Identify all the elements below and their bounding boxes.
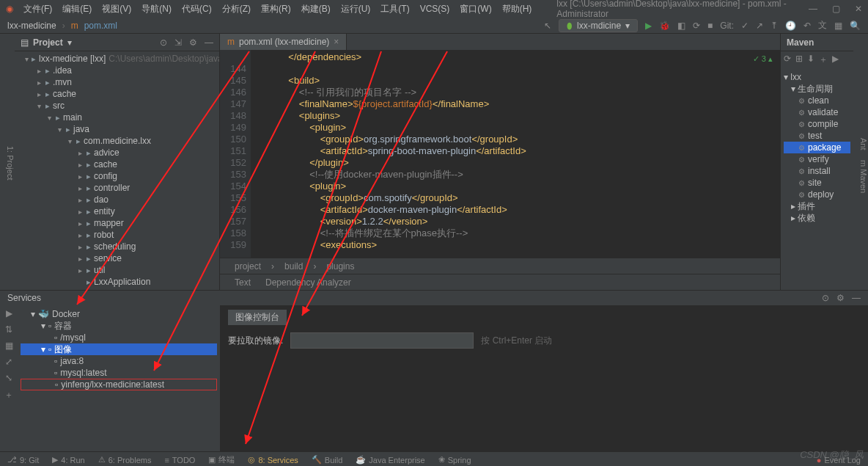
tool-git[interactable]: ⎇9: Git bbox=[7, 455, 39, 465]
service-tree-row[interactable]: ▫yinfeng/lxx-medicine:latest bbox=[21, 379, 217, 390]
tree-row[interactable]: ▾▸java bbox=[15, 123, 219, 135]
group-icon[interactable]: ▦ bbox=[5, 341, 13, 351]
maven-row[interactable]: ⚙test bbox=[784, 130, 850, 142]
editor-subtab-text[interactable]: Text bbox=[235, 277, 251, 288]
add-service-icon[interactable]: ＋ bbox=[4, 389, 13, 401]
breadcrumb-file[interactable]: pom.xml bbox=[84, 21, 117, 31]
tool-run[interactable]: ▶4: Run bbox=[52, 455, 84, 465]
tool-javaee[interactable]: ☕Java Enterprise bbox=[356, 455, 424, 465]
menu-refactor[interactable]: 重构(R) bbox=[261, 3, 291, 15]
maven-row[interactable]: ⚙install bbox=[784, 165, 850, 177]
coverage-button[interactable]: ◧ bbox=[677, 21, 685, 31]
expand-icon[interactable]: ⤢ bbox=[5, 357, 12, 367]
editor-breadcrumbs[interactable]: project› build› plugins bbox=[220, 258, 780, 274]
tree-row[interactable]: ▸▸robot bbox=[15, 229, 219, 241]
tree-row[interactable]: ▸▸advice bbox=[15, 147, 219, 159]
menu-run[interactable]: 运行(U) bbox=[341, 3, 371, 15]
collapse-icon[interactable]: ⤡ bbox=[5, 373, 12, 383]
search-icon[interactable]: ▦ bbox=[834, 21, 842, 31]
download-icon[interactable]: ⬇ bbox=[807, 54, 814, 66]
menu-navigate[interactable]: 导航(N) bbox=[141, 3, 172, 15]
gear-icon[interactable]: ⚙ bbox=[189, 37, 197, 48]
tree-row[interactable]: ▸▸config bbox=[15, 170, 219, 182]
menu-file[interactable]: 文件(F) bbox=[23, 3, 52, 15]
tree-row[interactable]: ▾▸src bbox=[15, 100, 219, 112]
git-history-icon[interactable]: 🕘 bbox=[785, 21, 796, 31]
git-rollback-icon[interactable]: ↶ bbox=[803, 21, 811, 31]
menu-window[interactable]: 窗口(W) bbox=[460, 3, 491, 15]
inspection-widget[interactable]: ✓ 3 ▴ bbox=[753, 53, 773, 65]
maven-tool-button[interactable]: m Maven bbox=[859, 160, 868, 193]
stop-button[interactable]: ■ bbox=[707, 21, 713, 31]
git-update-icon[interactable]: ✓ bbox=[741, 21, 749, 31]
project-tree[interactable]: ▾▸lxx-medicine [lxx] C:\Users\admin\Desk… bbox=[15, 51, 219, 290]
menu-edit[interactable]: 编辑(E) bbox=[62, 3, 92, 15]
editor-subtab-deps[interactable]: Dependency Analyzer bbox=[265, 277, 351, 288]
service-tree-row[interactable]: ▫/mysql bbox=[21, 332, 217, 343]
code-content[interactable]: ✓ 3 ▴ </dependencies> <build> <!-- 引用我们的… bbox=[251, 50, 780, 258]
chevron-down-icon[interactable]: ▾ bbox=[67, 37, 72, 48]
pull-image-input[interactable] bbox=[290, 332, 474, 349]
tool-build[interactable]: 🔨Build bbox=[312, 455, 342, 465]
settings-icon[interactable]: ⊙ bbox=[822, 293, 829, 303]
tool-services[interactable]: ◎8: Services bbox=[248, 455, 298, 465]
tree-row[interactable]: ▾▸com.medicine.lxx bbox=[15, 135, 219, 147]
tree-row[interactable]: ▸▸service bbox=[15, 252, 219, 264]
tree-row[interactable]: ▸▸scheduling bbox=[15, 241, 219, 252]
service-tree-row[interactable]: ▾▫图像 bbox=[21, 343, 217, 355]
tree-row[interactable]: ▸▸.idea bbox=[15, 65, 219, 76]
git-push-icon[interactable]: ⤒ bbox=[770, 21, 778, 31]
menu-analyze[interactable]: 分析(Z) bbox=[222, 3, 251, 15]
profile-button[interactable]: ⟳ bbox=[693, 21, 700, 31]
tool-terminal[interactable]: ▣终端 bbox=[208, 454, 235, 465]
minimize-icon[interactable]: — bbox=[809, 4, 817, 14]
services-tree[interactable]: ▾🐳Docker▾▫容器▫/mysql▾▫图像▫java:8▫mysql:lat… bbox=[18, 305, 220, 451]
tree-row[interactable]: ▸▸entity bbox=[15, 205, 219, 217]
maven-row[interactable]: ⚙package bbox=[784, 142, 850, 153]
maven-row[interactable]: ⚙compile bbox=[784, 118, 850, 130]
maximize-icon[interactable]: ▢ bbox=[832, 4, 840, 14]
ant-tool-button[interactable]: Ant bbox=[859, 138, 868, 150]
add-icon[interactable]: ＋ bbox=[819, 54, 828, 66]
menu-build[interactable]: 构建(B) bbox=[301, 3, 331, 15]
close-tab-icon[interactable]: × bbox=[334, 37, 339, 47]
menu-code[interactable]: 代码(C) bbox=[182, 3, 212, 15]
editor-tab-pom[interactable]: m pom.xml (lxx-medicine) × bbox=[220, 34, 347, 50]
maven-row[interactable]: ⚙deploy bbox=[784, 189, 850, 200]
tree-row[interactable]: ▸▸cache bbox=[15, 88, 219, 100]
tree-row[interactable]: ▸▸mapper bbox=[15, 217, 219, 229]
tree-row[interactable]: ▾▸main bbox=[15, 112, 219, 123]
close-icon[interactable]: ✕ bbox=[855, 4, 862, 14]
translate-icon[interactable]: 文 bbox=[818, 19, 827, 32]
image-console-tab[interactable]: 图像控制台 bbox=[228, 310, 287, 325]
maven-row[interactable]: ⚙validate bbox=[784, 106, 850, 118]
tree-row[interactable]: ▸▸util bbox=[15, 264, 219, 276]
hide-icon[interactable]: — bbox=[205, 37, 213, 48]
git-commit-icon[interactable]: ↗ bbox=[756, 21, 763, 31]
maven-row[interactable]: ▸ 插件 bbox=[784, 200, 850, 212]
tree-row[interactable]: ▸▸controller bbox=[15, 182, 219, 194]
run-button[interactable]: ▶ bbox=[645, 21, 652, 31]
run-maven-icon[interactable]: ▶ bbox=[832, 54, 839, 66]
filter-icon[interactable]: ⇅ bbox=[5, 324, 12, 335]
gear-icon[interactable]: ⚙ bbox=[836, 293, 845, 303]
run-icon[interactable]: ▶ bbox=[6, 308, 12, 318]
menu-vcs[interactable]: VCS(S) bbox=[420, 4, 450, 14]
tree-row[interactable]: ▸LxxApplication bbox=[15, 276, 219, 288]
service-tree-row[interactable]: ▫mysql:latest bbox=[21, 367, 217, 379]
menu-view[interactable]: 视图(V) bbox=[102, 3, 131, 15]
generate-icon[interactable]: ⊞ bbox=[795, 54, 803, 66]
maven-row[interactable]: ▸ 依赖 bbox=[784, 212, 850, 224]
tool-spring[interactable]: ❀Spring bbox=[438, 455, 471, 465]
maven-tree[interactable]: ▾ lxx▾ 生命周期⚙clean⚙validate⚙compile⚙test⚙… bbox=[781, 68, 853, 227]
service-tree-row[interactable]: ▾🐳Docker bbox=[21, 308, 217, 320]
debug-button[interactable]: 🐞 bbox=[659, 21, 670, 31]
hammer-icon[interactable]: ↖ bbox=[544, 21, 551, 31]
menu-tools[interactable]: 工具(T) bbox=[380, 3, 409, 15]
editor-body[interactable]: 1441451461471481491501511521531541551561… bbox=[220, 50, 780, 258]
service-tree-row[interactable]: ▫java:8 bbox=[21, 355, 217, 367]
project-tool-button[interactable]: 1: Project bbox=[6, 146, 15, 180]
maven-row[interactable]: ▾ 生命周期 bbox=[784, 83, 850, 95]
run-config-selector[interactable]: ⬮ lxx-mdicine ▾ bbox=[559, 19, 638, 32]
select-opened-icon[interactable]: ⊙ bbox=[160, 37, 167, 48]
